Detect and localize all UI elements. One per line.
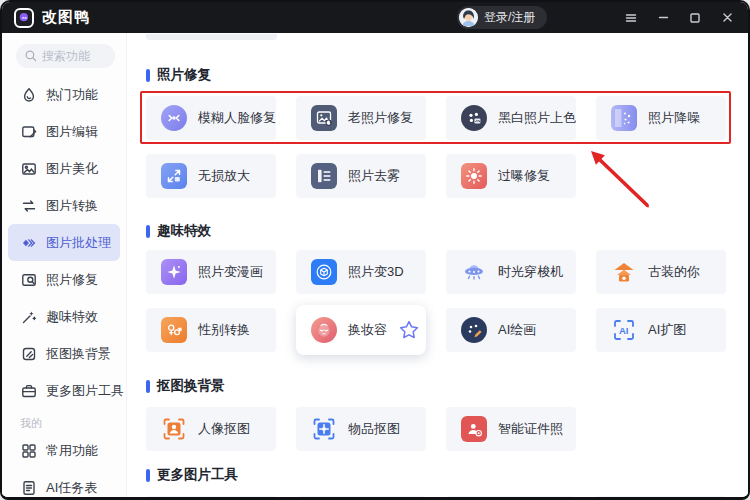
object-cutout-icon [311, 416, 337, 442]
smart-id-photo-icon [461, 416, 487, 442]
image-beautify-icon [20, 160, 37, 177]
login-label: 登录/注册 [484, 9, 535, 26]
ai-expand-icon: AI [611, 317, 637, 343]
section-title-more-tools: 更多图片工具 [146, 466, 748, 484]
app-logo-icon [14, 8, 34, 28]
image-edit-icon [20, 123, 37, 140]
sidebar-item-ai-tasks[interactable]: AI任务表 [2, 469, 126, 500]
image-convert-icon [20, 197, 37, 214]
scrolled-card-remnant [146, 34, 277, 40]
tool-card-lossless-enlarge[interactable]: 无损放大 [146, 154, 276, 198]
makeup-change-icon [311, 317, 337, 343]
fun-effects-icon [20, 308, 37, 325]
tool-card-partial[interactable] [446, 496, 576, 497]
search-box[interactable] [16, 44, 115, 68]
overexposure-repair-icon [461, 163, 487, 189]
main-content: 照片修复 模糊人脸修复 老照片修复 [127, 33, 748, 497]
sidebar-item-more-tools[interactable]: 更多图片工具 [2, 372, 126, 409]
sidebar-section-my: 我的 [2, 414, 126, 432]
sidebar: 热门功能 图片编辑 图片美化 [2, 33, 127, 497]
favorite-star-icon[interactable] [398, 319, 420, 341]
tool-card-ancient-costume[interactable]: 古装的你 [596, 250, 726, 294]
tool-card-bw-photo-colorize[interactable]: 黑白照片上色 [446, 96, 576, 140]
more-tools-icon [20, 382, 37, 399]
maximize-icon[interactable] [684, 7, 706, 29]
ancient-costume-icon [611, 259, 637, 285]
sidebar-item-image-beautify[interactable]: 图片美化 [2, 150, 126, 187]
tool-card-photo-to-3d[interactable]: 照片变3D [296, 250, 426, 294]
sidebar-item-hot-functions[interactable]: 热门功能 [2, 76, 126, 113]
tool-card-makeup-change[interactable]: 换妆容 [296, 305, 426, 355]
tool-card-partial[interactable] [296, 496, 426, 497]
tool-card-old-photo-repair[interactable]: 老照片修复 [296, 96, 426, 140]
sidebar-item-fun-effects[interactable]: 趣味特效 [2, 298, 126, 335]
tool-card-ai-painting[interactable]: AI绘画 [446, 308, 576, 352]
sidebar-item-image-edit[interactable]: 图片编辑 [2, 113, 126, 150]
menu-icon[interactable] [620, 7, 642, 29]
bw-photo-colorize-icon [461, 105, 487, 131]
photo-to-3d-icon [311, 259, 337, 285]
tool-card-ai-expand[interactable]: AI AI扩图 [596, 308, 726, 352]
section-title-photo-repair: 照片修复 [146, 66, 748, 84]
tool-card-photo-to-cartoon[interactable]: 照片变漫画 [146, 250, 276, 294]
tool-card-portrait-cutout[interactable]: 人像抠图 [146, 407, 276, 451]
batch-process-icon [20, 234, 37, 251]
sidebar-item-image-convert[interactable]: 图片转换 [2, 187, 126, 224]
tool-card-partial[interactable] [596, 496, 726, 497]
login-button[interactable]: 登录/注册 [457, 6, 547, 29]
photo-defog-icon [311, 163, 337, 189]
blur-face-repair-icon [161, 105, 187, 131]
ai-tasks-icon [20, 479, 37, 496]
cutout-icon [20, 345, 37, 362]
hot-icon [20, 86, 37, 103]
tool-card-overexposure-repair[interactable]: 过曝修复 [446, 154, 576, 198]
photo-to-cartoon-icon [161, 259, 187, 285]
app-title: 改图鸭 [42, 8, 90, 27]
tool-card-time-machine[interactable]: 时光穿梭机 [446, 250, 576, 294]
lossless-enlarge-icon [161, 163, 187, 189]
sidebar-item-cutout[interactable]: 抠图换背景 [2, 335, 126, 372]
photo-repair-icon [20, 271, 37, 288]
svg-text:AI: AI [619, 325, 629, 336]
time-machine-icon [461, 259, 487, 285]
tool-card-blur-face-repair[interactable]: 模糊人脸修复 [146, 96, 276, 140]
search-input[interactable] [42, 49, 112, 63]
sidebar-item-batch-process[interactable]: 图片批处理 [8, 224, 120, 261]
common-functions-icon [20, 442, 37, 459]
tool-card-gender-swap[interactable]: 性别转换 [146, 308, 276, 352]
minimize-icon[interactable] [652, 7, 674, 29]
tool-card-photo-defog[interactable]: 照片去雾 [296, 154, 426, 198]
sidebar-item-common-functions[interactable]: 常用功能 [2, 432, 126, 469]
close-icon[interactable] [716, 7, 738, 29]
section-title-fun-effects: 趣味特效 [146, 222, 748, 240]
search-icon [24, 49, 38, 63]
ai-painting-icon [461, 317, 487, 343]
portrait-cutout-icon [161, 416, 187, 442]
app-window: 改图鸭 登录/注册 [0, 0, 750, 500]
tool-card-partial[interactable] [146, 496, 276, 497]
section-title-cutout-background: 抠图换背景 [146, 377, 748, 395]
tool-card-photo-denoise[interactable]: 照片降噪 [596, 96, 726, 140]
sidebar-item-photo-repair[interactable]: 照片修复 [2, 261, 126, 298]
sidebar-nav: 热门功能 图片编辑 图片美化 [2, 76, 126, 500]
avatar [459, 8, 478, 27]
window-controls [620, 2, 738, 33]
gender-swap-icon [161, 317, 187, 343]
titlebar: 改图鸭 登录/注册 [2, 2, 748, 33]
tool-card-object-cutout[interactable]: 物品抠图 [296, 407, 426, 451]
old-photo-repair-icon [311, 105, 337, 131]
photo-denoise-icon [611, 105, 637, 131]
tool-card-smart-id-photo[interactable]: 智能证件照 [446, 407, 576, 451]
